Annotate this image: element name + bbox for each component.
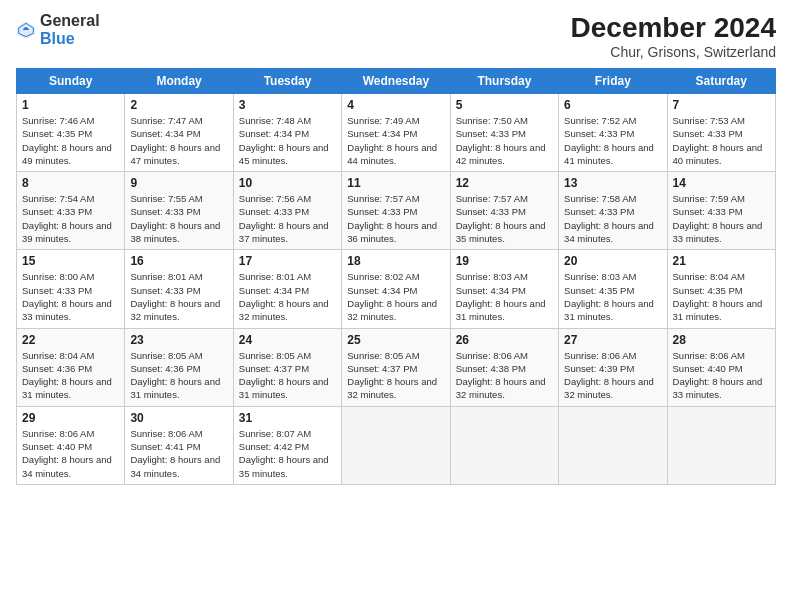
- day-number: 24: [239, 333, 336, 347]
- header: General Blue December 2024 Chur, Grisons…: [16, 12, 776, 60]
- day-number: 15: [22, 254, 119, 268]
- day-info: Sunrise: 7:50 AMSunset: 4:33 PMDaylight:…: [456, 114, 553, 167]
- subtitle: Chur, Grisons, Switzerland: [571, 44, 776, 60]
- day-number: 25: [347, 333, 444, 347]
- day-cell: [342, 406, 450, 484]
- day-cell: 31Sunrise: 8:07 AMSunset: 4:42 PMDayligh…: [233, 406, 341, 484]
- day-info: Sunrise: 7:46 AMSunset: 4:35 PMDaylight:…: [22, 114, 119, 167]
- day-cell: 5Sunrise: 7:50 AMSunset: 4:33 PMDaylight…: [450, 94, 558, 172]
- day-number: 29: [22, 411, 119, 425]
- day-cell: 27Sunrise: 8:06 AMSunset: 4:39 PMDayligh…: [559, 328, 667, 406]
- day-number: 9: [130, 176, 227, 190]
- day-info: Sunrise: 8:06 AMSunset: 4:40 PMDaylight:…: [22, 427, 119, 480]
- day-cell: 23Sunrise: 8:05 AMSunset: 4:36 PMDayligh…: [125, 328, 233, 406]
- day-number: 28: [673, 333, 770, 347]
- day-info: Sunrise: 7:53 AMSunset: 4:33 PMDaylight:…: [673, 114, 770, 167]
- day-cell: 28Sunrise: 8:06 AMSunset: 4:40 PMDayligh…: [667, 328, 775, 406]
- col-header-sunday: Sunday: [17, 69, 125, 94]
- day-info: Sunrise: 8:01 AMSunset: 4:33 PMDaylight:…: [130, 270, 227, 323]
- day-info: Sunrise: 7:48 AMSunset: 4:34 PMDaylight:…: [239, 114, 336, 167]
- day-cell: 7Sunrise: 7:53 AMSunset: 4:33 PMDaylight…: [667, 94, 775, 172]
- day-cell: 18Sunrise: 8:02 AMSunset: 4:34 PMDayligh…: [342, 250, 450, 328]
- day-cell: 24Sunrise: 8:05 AMSunset: 4:37 PMDayligh…: [233, 328, 341, 406]
- day-number: 19: [456, 254, 553, 268]
- day-cell: 8Sunrise: 7:54 AMSunset: 4:33 PMDaylight…: [17, 172, 125, 250]
- week-row-1: 1Sunrise: 7:46 AMSunset: 4:35 PMDaylight…: [17, 94, 776, 172]
- day-number: 18: [347, 254, 444, 268]
- day-cell: 10Sunrise: 7:56 AMSunset: 4:33 PMDayligh…: [233, 172, 341, 250]
- day-cell: 19Sunrise: 8:03 AMSunset: 4:34 PMDayligh…: [450, 250, 558, 328]
- col-header-friday: Friday: [559, 69, 667, 94]
- day-info: Sunrise: 8:07 AMSunset: 4:42 PMDaylight:…: [239, 427, 336, 480]
- day-cell: 6Sunrise: 7:52 AMSunset: 4:33 PMDaylight…: [559, 94, 667, 172]
- day-info: Sunrise: 7:52 AMSunset: 4:33 PMDaylight:…: [564, 114, 661, 167]
- day-cell: [667, 406, 775, 484]
- day-info: Sunrise: 8:01 AMSunset: 4:34 PMDaylight:…: [239, 270, 336, 323]
- day-cell: 29Sunrise: 8:06 AMSunset: 4:40 PMDayligh…: [17, 406, 125, 484]
- day-info: Sunrise: 8:04 AMSunset: 4:35 PMDaylight:…: [673, 270, 770, 323]
- day-cell: 22Sunrise: 8:04 AMSunset: 4:36 PMDayligh…: [17, 328, 125, 406]
- day-cell: [450, 406, 558, 484]
- col-header-monday: Monday: [125, 69, 233, 94]
- day-info: Sunrise: 8:03 AMSunset: 4:34 PMDaylight:…: [456, 270, 553, 323]
- day-info: Sunrise: 7:57 AMSunset: 4:33 PMDaylight:…: [347, 192, 444, 245]
- day-number: 3: [239, 98, 336, 112]
- day-number: 8: [22, 176, 119, 190]
- day-number: 27: [564, 333, 661, 347]
- title-block: December 2024 Chur, Grisons, Switzerland: [571, 12, 776, 60]
- day-cell: 12Sunrise: 7:57 AMSunset: 4:33 PMDayligh…: [450, 172, 558, 250]
- day-number: 10: [239, 176, 336, 190]
- day-info: Sunrise: 7:56 AMSunset: 4:33 PMDaylight:…: [239, 192, 336, 245]
- day-number: 21: [673, 254, 770, 268]
- day-info: Sunrise: 8:04 AMSunset: 4:36 PMDaylight:…: [22, 349, 119, 402]
- day-cell: 26Sunrise: 8:06 AMSunset: 4:38 PMDayligh…: [450, 328, 558, 406]
- day-info: Sunrise: 7:57 AMSunset: 4:33 PMDaylight:…: [456, 192, 553, 245]
- logo-blue: Blue: [40, 30, 75, 47]
- day-number: 12: [456, 176, 553, 190]
- day-cell: 3Sunrise: 7:48 AMSunset: 4:34 PMDaylight…: [233, 94, 341, 172]
- day-info: Sunrise: 8:02 AMSunset: 4:34 PMDaylight:…: [347, 270, 444, 323]
- day-info: Sunrise: 8:03 AMSunset: 4:35 PMDaylight:…: [564, 270, 661, 323]
- day-info: Sunrise: 8:05 AMSunset: 4:36 PMDaylight:…: [130, 349, 227, 402]
- day-info: Sunrise: 8:06 AMSunset: 4:40 PMDaylight:…: [673, 349, 770, 402]
- day-info: Sunrise: 7:47 AMSunset: 4:34 PMDaylight:…: [130, 114, 227, 167]
- day-cell: [559, 406, 667, 484]
- day-cell: 17Sunrise: 8:01 AMSunset: 4:34 PMDayligh…: [233, 250, 341, 328]
- day-number: 26: [456, 333, 553, 347]
- day-info: Sunrise: 8:06 AMSunset: 4:39 PMDaylight:…: [564, 349, 661, 402]
- logo-text: General Blue: [40, 12, 100, 48]
- col-header-saturday: Saturday: [667, 69, 775, 94]
- day-cell: 15Sunrise: 8:00 AMSunset: 4:33 PMDayligh…: [17, 250, 125, 328]
- day-cell: 13Sunrise: 7:58 AMSunset: 4:33 PMDayligh…: [559, 172, 667, 250]
- day-number: 14: [673, 176, 770, 190]
- day-number: 23: [130, 333, 227, 347]
- day-info: Sunrise: 7:54 AMSunset: 4:33 PMDaylight:…: [22, 192, 119, 245]
- day-number: 22: [22, 333, 119, 347]
- day-number: 5: [456, 98, 553, 112]
- day-info: Sunrise: 8:00 AMSunset: 4:33 PMDaylight:…: [22, 270, 119, 323]
- day-number: 20: [564, 254, 661, 268]
- calendar: SundayMondayTuesdayWednesdayThursdayFrid…: [16, 68, 776, 485]
- day-cell: 2Sunrise: 7:47 AMSunset: 4:34 PMDaylight…: [125, 94, 233, 172]
- day-cell: 16Sunrise: 8:01 AMSunset: 4:33 PMDayligh…: [125, 250, 233, 328]
- day-info: Sunrise: 8:05 AMSunset: 4:37 PMDaylight:…: [347, 349, 444, 402]
- day-info: Sunrise: 7:58 AMSunset: 4:33 PMDaylight:…: [564, 192, 661, 245]
- week-row-4: 22Sunrise: 8:04 AMSunset: 4:36 PMDayligh…: [17, 328, 776, 406]
- page: General Blue December 2024 Chur, Grisons…: [0, 0, 792, 612]
- day-number: 4: [347, 98, 444, 112]
- day-number: 11: [347, 176, 444, 190]
- main-title: December 2024: [571, 12, 776, 44]
- week-row-2: 8Sunrise: 7:54 AMSunset: 4:33 PMDaylight…: [17, 172, 776, 250]
- week-row-5: 29Sunrise: 8:06 AMSunset: 4:40 PMDayligh…: [17, 406, 776, 484]
- day-number: 6: [564, 98, 661, 112]
- day-info: Sunrise: 8:05 AMSunset: 4:37 PMDaylight:…: [239, 349, 336, 402]
- day-cell: 14Sunrise: 7:59 AMSunset: 4:33 PMDayligh…: [667, 172, 775, 250]
- day-info: Sunrise: 7:49 AMSunset: 4:34 PMDaylight:…: [347, 114, 444, 167]
- day-number: 17: [239, 254, 336, 268]
- day-info: Sunrise: 7:55 AMSunset: 4:33 PMDaylight:…: [130, 192, 227, 245]
- logo-general: General: [40, 12, 100, 29]
- day-number: 31: [239, 411, 336, 425]
- day-cell: 25Sunrise: 8:05 AMSunset: 4:37 PMDayligh…: [342, 328, 450, 406]
- day-info: Sunrise: 7:59 AMSunset: 4:33 PMDaylight:…: [673, 192, 770, 245]
- day-cell: 1Sunrise: 7:46 AMSunset: 4:35 PMDaylight…: [17, 94, 125, 172]
